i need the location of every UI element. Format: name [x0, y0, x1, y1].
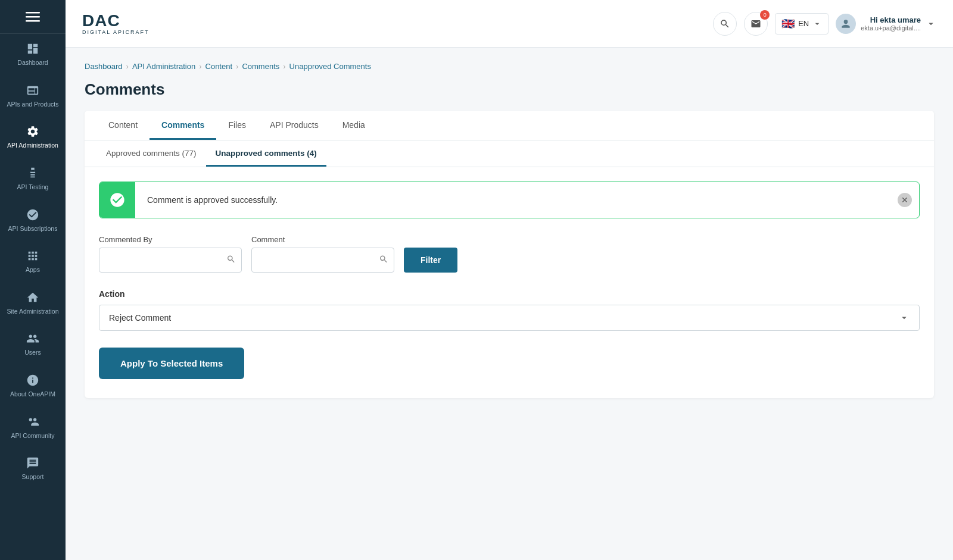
sidebar-item-dashboard[interactable]: Dashboard [0, 34, 66, 76]
breadcrumb-content[interactable]: Content [205, 62, 233, 71]
sidebar-item-users[interactable]: Users [0, 324, 66, 365]
sidebar-item-api-community[interactable]: API Community [0, 407, 66, 449]
alert-close-button[interactable]: ✕ [898, 193, 912, 207]
dropdown-chevron-icon [899, 312, 910, 323]
commented-by-input[interactable] [99, 248, 242, 273]
tab-media[interactable]: Media [331, 111, 377, 140]
logo: DAC DIGITAL APICRAFT [82, 12, 150, 35]
filter-button[interactable]: Filter [404, 248, 457, 273]
filter-row: Commented By Comment [99, 235, 920, 273]
search-button[interactable] [713, 12, 737, 36]
page-title: Comments [85, 80, 934, 99]
breadcrumb-api-admin[interactable]: API Administration [132, 62, 195, 71]
action-label: Action [99, 289, 920, 299]
breadcrumb-comments[interactable]: Comments [242, 62, 279, 71]
action-dropdown[interactable]: Reject Comment [99, 305, 920, 331]
svg-rect-1 [26, 16, 40, 18]
action-dropdown-value: Reject Comment [109, 313, 171, 323]
filter-commented-by: Commented By [99, 235, 242, 273]
tab-files[interactable]: Files [216, 111, 258, 140]
breadcrumb-current: Unapproved Comments [289, 62, 371, 71]
user-menu[interactable]: Hi ekta umare ekta.u+pa@digital.... [836, 14, 936, 34]
comment-input[interactable] [251, 248, 394, 273]
sidebar-item-api-testing[interactable]: API Testing [0, 158, 66, 200]
sidebar-menu-button[interactable] [0, 0, 66, 34]
tab-api-products[interactable]: API Products [258, 111, 331, 140]
comment-search-icon[interactable] [379, 255, 388, 266]
apply-to-selected-button[interactable]: Apply To Selected Items [99, 348, 244, 379]
subtabs-bar: Approved comments (77) Unapproved commen… [85, 140, 934, 167]
svg-rect-2 [26, 20, 40, 22]
success-alert: Comment is approved successfully. ✕ [99, 182, 920, 218]
alert-icon-area [99, 182, 135, 218]
subtab-unapproved[interactable]: Unapproved comments (4) [206, 140, 326, 167]
header: DAC DIGITAL APICRAFT 0 🇬🇧 EN H [66, 0, 953, 48]
commented-by-label: Commented By [99, 235, 242, 244]
card-body: Comment is approved successfully. ✕ Comm… [85, 167, 934, 398]
svg-rect-0 [26, 12, 40, 14]
user-text: Hi ekta umare ekta.u+pa@digital.... [861, 15, 921, 32]
tab-content[interactable]: Content [96, 111, 150, 140]
sidebar-item-api-subscriptions[interactable]: API Subscriptions [0, 200, 66, 242]
filter-comment: Comment [251, 235, 394, 273]
notifications-button[interactable]: 0 [744, 12, 768, 36]
commented-by-search-icon[interactable] [226, 255, 236, 266]
breadcrumb: Dashboard › API Administration › Content… [85, 62, 934, 71]
sidebar-item-support[interactable]: Support [0, 448, 66, 490]
language-selector[interactable]: 🇬🇧 EN [775, 13, 829, 35]
comment-input-wrap [251, 248, 394, 273]
tab-comments[interactable]: Comments [150, 111, 216, 140]
sidebar-item-site-administration[interactable]: Site Administration [0, 283, 66, 324]
action-section: Action Reject Comment [99, 289, 920, 331]
notification-badge: 0 [760, 10, 770, 20]
sidebar: Dashboard APIs and Products API Administ… [0, 0, 66, 560]
comment-label: Comment [251, 235, 394, 244]
breadcrumb-dashboard[interactable]: Dashboard [85, 62, 123, 71]
chevron-down-icon [812, 19, 822, 29]
subtab-approved[interactable]: Approved comments (77) [96, 140, 206, 167]
check-circle-icon [109, 192, 126, 208]
avatar [836, 14, 856, 34]
sidebar-item-apps[interactable]: Apps [0, 241, 66, 283]
flag-icon: 🇬🇧 [781, 17, 795, 30]
commented-by-input-wrap [99, 248, 242, 273]
user-chevron-icon [926, 18, 936, 29]
main-card: Content Comments Files API Products Medi… [85, 111, 934, 398]
header-actions: 0 🇬🇧 EN Hi ekta umare ekta.u+pa@digital.… [713, 12, 936, 36]
page-content: Dashboard › API Administration › Content… [66, 48, 953, 560]
alert-message: Comment is approved successfully. [135, 186, 301, 214]
main-wrapper: DAC DIGITAL APICRAFT 0 🇬🇧 EN H [66, 0, 953, 560]
tabs-bar: Content Comments Files API Products Medi… [85, 111, 934, 140]
sidebar-item-about-oneapim[interactable]: About OneAPIM [0, 365, 66, 407]
sidebar-item-apis-products[interactable]: APIs and Products [0, 76, 66, 117]
sidebar-item-api-administration[interactable]: API Administration [0, 117, 66, 158]
